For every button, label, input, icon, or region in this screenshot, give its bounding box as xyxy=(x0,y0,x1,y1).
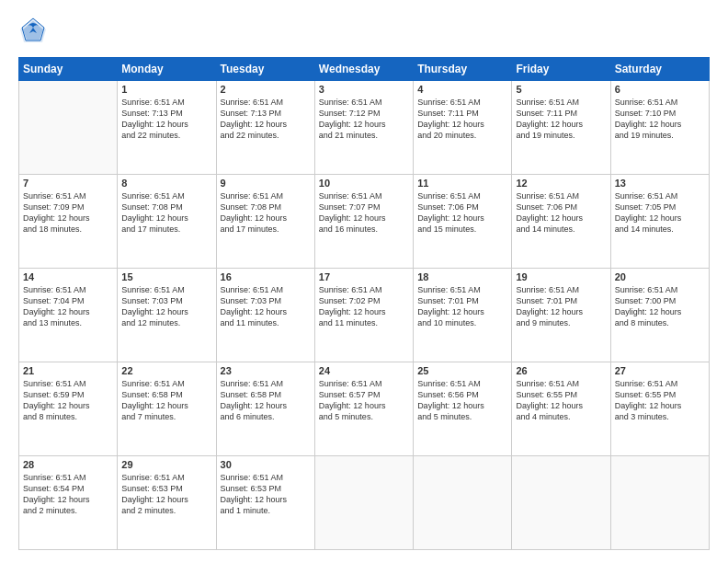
calendar-cell: 25Sunrise: 6:51 AM Sunset: 6:56 PM Dayli… xyxy=(414,362,512,456)
calendar-cell xyxy=(314,456,413,550)
day-info: Sunrise: 6:51 AM Sunset: 7:01 PM Dayligh… xyxy=(417,284,507,329)
day-number: 27 xyxy=(615,365,705,376)
calendar-cell: 22Sunrise: 6:51 AM Sunset: 6:58 PM Dayli… xyxy=(118,362,216,456)
calendar-cell xyxy=(19,81,118,175)
day-info: Sunrise: 6:51 AM Sunset: 6:53 PM Dayligh… xyxy=(121,472,211,517)
header xyxy=(18,17,710,48)
day-number: 30 xyxy=(221,459,311,470)
day-number: 7 xyxy=(23,178,113,189)
day-info: Sunrise: 6:51 AM Sunset: 7:13 PM Dayligh… xyxy=(121,97,211,142)
calendar-cell: 13Sunrise: 6:51 AM Sunset: 7:05 PM Dayli… xyxy=(610,175,709,269)
day-info: Sunrise: 6:51 AM Sunset: 7:11 PM Dayligh… xyxy=(417,97,507,142)
day-number: 8 xyxy=(121,178,211,189)
calendar-cell: 28Sunrise: 6:51 AM Sunset: 6:54 PM Dayli… xyxy=(19,456,118,550)
calendar-cell: 26Sunrise: 6:51 AM Sunset: 6:55 PM Dayli… xyxy=(512,362,610,456)
day-number: 29 xyxy=(121,459,211,470)
day-info: Sunrise: 6:51 AM Sunset: 7:04 PM Dayligh… xyxy=(23,284,113,329)
day-number: 28 xyxy=(23,459,113,470)
day-number: 3 xyxy=(319,84,409,95)
calendar-cell: 12Sunrise: 6:51 AM Sunset: 7:06 PM Dayli… xyxy=(512,175,610,269)
day-number: 1 xyxy=(121,84,211,95)
day-info: Sunrise: 6:51 AM Sunset: 7:10 PM Dayligh… xyxy=(615,97,705,142)
calendar-cell: 17Sunrise: 6:51 AM Sunset: 7:02 PM Dayli… xyxy=(314,269,413,362)
day-info: Sunrise: 6:51 AM Sunset: 7:03 PM Dayligh… xyxy=(221,284,311,329)
day-number: 14 xyxy=(23,271,113,282)
calendar-cell: 7Sunrise: 6:51 AM Sunset: 7:09 PM Daylig… xyxy=(19,175,118,269)
day-number: 19 xyxy=(516,271,606,282)
day-info: Sunrise: 6:51 AM Sunset: 7:13 PM Dayligh… xyxy=(221,97,311,142)
day-info: Sunrise: 6:51 AM Sunset: 6:55 PM Dayligh… xyxy=(615,378,705,423)
weekday-header-row: SundayMondayTuesdayWednesdayThursdayFrid… xyxy=(19,58,710,81)
day-info: Sunrise: 6:51 AM Sunset: 6:58 PM Dayligh… xyxy=(121,378,211,423)
calendar-table: SundayMondayTuesdayWednesdayThursdayFrid… xyxy=(18,57,710,550)
day-info: Sunrise: 6:51 AM Sunset: 6:59 PM Dayligh… xyxy=(23,378,113,423)
day-info: Sunrise: 6:51 AM Sunset: 7:06 PM Dayligh… xyxy=(516,190,606,236)
calendar-cell: 29Sunrise: 6:51 AM Sunset: 6:53 PM Dayli… xyxy=(118,456,216,550)
day-number: 24 xyxy=(319,365,409,376)
day-number: 12 xyxy=(516,178,606,189)
calendar-cell: 9Sunrise: 6:51 AM Sunset: 7:08 PM Daylig… xyxy=(216,175,314,269)
calendar-cell: 4Sunrise: 6:51 AM Sunset: 7:11 PM Daylig… xyxy=(414,81,512,175)
week-row-3: 14Sunrise: 6:51 AM Sunset: 7:04 PM Dayli… xyxy=(19,269,710,362)
weekday-header-monday: Monday xyxy=(118,58,216,81)
calendar-cell: 27Sunrise: 6:51 AM Sunset: 6:55 PM Dayli… xyxy=(610,362,709,456)
calendar-cell: 20Sunrise: 6:51 AM Sunset: 7:00 PM Dayli… xyxy=(610,269,709,362)
day-number: 23 xyxy=(221,365,311,376)
logo xyxy=(18,17,50,48)
day-info: Sunrise: 6:51 AM Sunset: 7:02 PM Dayligh… xyxy=(319,284,409,329)
calendar-cell: 2Sunrise: 6:51 AM Sunset: 7:13 PM Daylig… xyxy=(216,81,314,175)
day-number: 15 xyxy=(121,271,211,282)
calendar-cell: 19Sunrise: 6:51 AM Sunset: 7:01 PM Dayli… xyxy=(512,269,610,362)
day-number: 2 xyxy=(221,84,311,95)
day-info: Sunrise: 6:51 AM Sunset: 7:05 PM Dayligh… xyxy=(615,190,705,236)
calendar-cell: 16Sunrise: 6:51 AM Sunset: 7:03 PM Dayli… xyxy=(216,269,314,362)
day-info: Sunrise: 6:51 AM Sunset: 6:58 PM Dayligh… xyxy=(221,378,311,423)
day-info: Sunrise: 6:51 AM Sunset: 7:12 PM Dayligh… xyxy=(319,97,409,142)
day-number: 16 xyxy=(221,271,311,282)
day-info: Sunrise: 6:51 AM Sunset: 6:54 PM Dayligh… xyxy=(23,472,113,517)
day-info: Sunrise: 6:51 AM Sunset: 6:56 PM Dayligh… xyxy=(417,378,507,423)
week-row-2: 7Sunrise: 6:51 AM Sunset: 7:09 PM Daylig… xyxy=(19,175,710,269)
weekday-header-friday: Friday xyxy=(512,58,610,81)
day-number: 6 xyxy=(615,84,705,95)
week-row-1: 1Sunrise: 6:51 AM Sunset: 7:13 PM Daylig… xyxy=(19,81,710,175)
weekday-header-sunday: Sunday xyxy=(19,58,118,81)
day-info: Sunrise: 6:51 AM Sunset: 6:53 PM Dayligh… xyxy=(221,472,311,517)
weekday-header-thursday: Thursday xyxy=(414,58,512,81)
calendar-cell: 10Sunrise: 6:51 AM Sunset: 7:07 PM Dayli… xyxy=(314,175,413,269)
calendar-cell: 30Sunrise: 6:51 AM Sunset: 6:53 PM Dayli… xyxy=(216,456,314,550)
calendar-cell xyxy=(512,456,610,550)
day-number: 22 xyxy=(121,365,211,376)
calendar-cell: 15Sunrise: 6:51 AM Sunset: 7:03 PM Dayli… xyxy=(118,269,216,362)
day-info: Sunrise: 6:51 AM Sunset: 7:08 PM Dayligh… xyxy=(221,190,311,236)
day-number: 17 xyxy=(319,271,409,282)
calendar-cell: 21Sunrise: 6:51 AM Sunset: 6:59 PM Dayli… xyxy=(19,362,118,456)
day-info: Sunrise: 6:51 AM Sunset: 7:03 PM Dayligh… xyxy=(121,284,211,329)
calendar-cell xyxy=(610,456,709,550)
day-number: 10 xyxy=(319,178,409,189)
weekday-header-saturday: Saturday xyxy=(610,58,709,81)
day-number: 25 xyxy=(417,365,507,376)
week-row-5: 28Sunrise: 6:51 AM Sunset: 6:54 PM Dayli… xyxy=(19,456,710,550)
week-row-4: 21Sunrise: 6:51 AM Sunset: 6:59 PM Dayli… xyxy=(19,362,710,456)
day-info: Sunrise: 6:51 AM Sunset: 7:09 PM Dayligh… xyxy=(23,190,113,236)
day-info: Sunrise: 6:51 AM Sunset: 7:00 PM Dayligh… xyxy=(615,284,705,329)
day-number: 9 xyxy=(221,178,311,189)
calendar-cell: 11Sunrise: 6:51 AM Sunset: 7:06 PM Dayli… xyxy=(414,175,512,269)
day-info: Sunrise: 6:51 AM Sunset: 7:11 PM Dayligh… xyxy=(516,97,606,142)
day-number: 21 xyxy=(23,365,113,376)
calendar-cell: 8Sunrise: 6:51 AM Sunset: 7:08 PM Daylig… xyxy=(118,175,216,269)
page: SundayMondayTuesdayWednesdayThursdayFrid… xyxy=(0,0,728,563)
weekday-header-tuesday: Tuesday xyxy=(216,58,314,81)
day-number: 20 xyxy=(615,271,705,282)
day-number: 11 xyxy=(417,178,507,189)
calendar-cell: 18Sunrise: 6:51 AM Sunset: 7:01 PM Dayli… xyxy=(414,269,512,362)
day-info: Sunrise: 6:51 AM Sunset: 7:01 PM Dayligh… xyxy=(516,284,606,329)
day-number: 18 xyxy=(417,271,507,282)
logo-icon xyxy=(18,17,48,44)
day-info: Sunrise: 6:51 AM Sunset: 6:57 PM Dayligh… xyxy=(319,378,409,423)
calendar-cell xyxy=(414,456,512,550)
day-info: Sunrise: 6:51 AM Sunset: 7:07 PM Dayligh… xyxy=(319,190,409,236)
day-number: 5 xyxy=(516,84,606,95)
calendar-cell: 1Sunrise: 6:51 AM Sunset: 7:13 PM Daylig… xyxy=(118,81,216,175)
